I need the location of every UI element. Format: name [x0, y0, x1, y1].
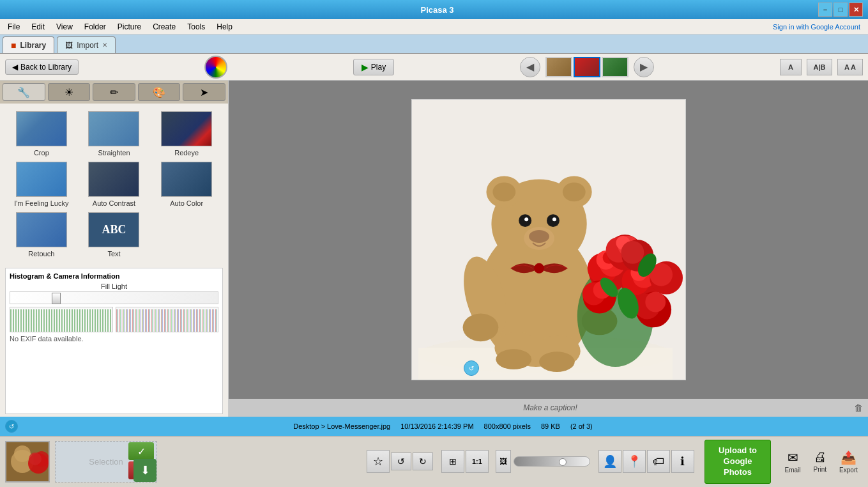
svg-point-7: [492, 182, 515, 201]
text-label: Text: [107, 250, 120, 258]
menu-create[interactable]: Create: [148, 21, 181, 33]
zoom-slider[interactable]: [514, 456, 590, 467]
status-size: 89 KB: [541, 422, 560, 430]
info-icon-btn[interactable]: ℹ: [671, 450, 694, 473]
statusbar: ↺ Desktop > Love-Messenger.jpg 10/13/201…: [0, 417, 868, 436]
text-btn-a[interactable]: A: [780, 59, 802, 75]
text-btn-aa[interactable]: A A: [837, 59, 863, 75]
email-action[interactable]: ✉ Email: [780, 447, 806, 476]
titlebar: Picasa 3 – □ ✕: [0, 0, 868, 19]
upload-button[interactable]: Upload to GooglePhotos: [704, 440, 772, 484]
fix-tool-autocontrast[interactable]: Auto Contrast: [80, 162, 148, 207]
menu-folder[interactable]: Folder: [79, 21, 111, 33]
play-button[interactable]: ▶ Play: [353, 59, 394, 75]
tab-library[interactable]: ■ Library: [3, 36, 54, 53]
menu-help[interactable]: Help: [211, 21, 238, 33]
color-wheel-icon[interactable]: [204, 56, 227, 79]
fit-btn[interactable]: 1:1: [466, 450, 489, 473]
back-to-library-button[interactable]: ◀ Back to Library: [5, 59, 79, 75]
menu-edit[interactable]: Edit: [26, 21, 50, 33]
straighten-label: Straighten: [98, 149, 130, 157]
delete-icon[interactable]: 🗑: [854, 403, 863, 413]
tab-import-close[interactable]: ✕: [102, 42, 107, 49]
histogram-section: Histogram & Camera Information Fill Ligh…: [5, 268, 223, 414]
minimize-button[interactable]: –: [818, 3, 832, 17]
fix-tool-retouch[interactable]: Retouch: [8, 212, 75, 258]
fix-tool-straighten[interactable]: Straighten: [80, 111, 148, 157]
text-tool-thumb: ABC: [88, 212, 139, 247]
tag-icon-btn[interactable]: 🏷: [647, 450, 670, 473]
svg-point-13: [552, 217, 556, 221]
tool-tab-brightness[interactable]: ☀: [48, 83, 91, 101]
fix-tool-crop[interactable]: Crop: [8, 111, 75, 157]
print-action[interactable]: 🖨 Print: [809, 447, 832, 475]
tool-tab-wrench[interactable]: 🔧: [3, 83, 45, 101]
text-btn-ab[interactable]: A|B: [807, 59, 832, 75]
menu-file[interactable]: File: [3, 21, 25, 33]
nav-prev-icon: ◀: [526, 61, 534, 73]
fix-tools-grid: Crop Straighten Redeye I'm Feeling Lucky: [0, 104, 228, 265]
left-panel: 🔧 ☀ ✏ 🎨 ➤ Crop Straighten: [0, 81, 229, 417]
caption-placeholder[interactable]: Make a caption!: [247, 403, 854, 412]
export-label: Export: [839, 467, 858, 474]
caption-bar: Make a caption! 🗑: [229, 399, 868, 417]
svg-point-18: [462, 313, 498, 341]
rotate-ccw-btn[interactable]: ↺: [391, 452, 411, 470]
fill-light-thumb[interactable]: [52, 293, 61, 304]
thumb-tree-img[interactable]: [602, 57, 628, 77]
crop-thumb: [16, 111, 67, 146]
email-icon: ✉: [788, 450, 798, 465]
lucky-thumb: [16, 162, 67, 197]
maximize-button[interactable]: □: [834, 3, 848, 17]
menu-picture[interactable]: Picture: [112, 21, 146, 33]
svg-point-54: [14, 445, 31, 462]
corner-nav[interactable]: ↺: [464, 360, 479, 376]
svg-point-42: [621, 241, 644, 264]
status-date: 10/13/2016 2:14:39 PM: [400, 422, 473, 430]
statusbar-nav[interactable]: ↺: [5, 420, 18, 433]
menu-tools[interactable]: Tools: [182, 21, 210, 33]
toolbar: ◀ Back to Library ▶ Play ◀ ▶ A A|B A A: [0, 54, 868, 81]
nav-next-button[interactable]: ▶: [634, 57, 654, 77]
fix-tool-autocolor[interactable]: Auto Color: [153, 162, 220, 207]
fill-light-slider[interactable]: [10, 291, 218, 304]
back-to-library-label: Back to Library: [20, 63, 72, 72]
tool-tab-pencil[interactable]: ✏: [93, 83, 135, 101]
retouch-thumb: [16, 212, 67, 247]
fix-tool-text[interactable]: ABC Text: [80, 212, 148, 258]
menu-view[interactable]: View: [51, 21, 78, 33]
status-info: Desktop > Love-Messenger.jpg 10/13/2016 …: [23, 422, 863, 430]
fix-tool-lucky[interactable]: I'm Feeling Lucky: [8, 162, 75, 207]
tab-import[interactable]: 🖼 Import ✕: [57, 36, 116, 53]
export-action[interactable]: 📤 Export: [834, 447, 863, 476]
import-icon-btn[interactable]: ⬇: [133, 459, 156, 482]
grid-view-btn[interactable]: ⊞: [441, 450, 464, 473]
nav-prev-button[interactable]: ◀: [520, 57, 540, 77]
film-thumbnail[interactable]: [5, 441, 50, 483]
star-btn[interactable]: ☆: [367, 450, 390, 473]
close-button[interactable]: ✕: [849, 3, 863, 17]
svg-point-50: [496, 349, 531, 369]
fix-tool-redeye[interactable]: Redeye: [153, 111, 220, 157]
play-icon: ▶: [362, 62, 369, 72]
import-arrow-icon: ⬇: [141, 463, 150, 477]
user-icon-btn[interactable]: 👤: [598, 450, 621, 473]
histogram-rgb: [116, 307, 219, 332]
thumb-rose-img[interactable]: [574, 57, 600, 77]
bottom-toolbar: ☆ ↺ ↻ ⊞ 1:1 🖼 👤 📍 🏷 ℹ Uploa: [367, 440, 863, 484]
menubar: File Edit View Folder Picture Create Too…: [0, 19, 868, 35]
status-path: Desktop > Love-Messenger.jpg: [293, 422, 390, 430]
signin-link[interactable]: Sign in with Google Account: [773, 23, 865, 31]
zoom-slider-thumb[interactable]: [559, 458, 567, 466]
import-selected-btn[interactable]: ✓: [128, 442, 154, 460]
svg-point-51: [539, 352, 575, 372]
photo-svg: [412, 99, 685, 380]
fill-light-label: Fill Light: [10, 282, 218, 290]
histogram-row: [10, 307, 218, 332]
thumb-bear-img[interactable]: [545, 57, 572, 77]
tool-tab-export[interactable]: ➤: [183, 83, 225, 101]
rotate-cw-btn[interactable]: ↻: [413, 452, 433, 470]
location-icon-btn[interactable]: 📍: [623, 450, 646, 473]
tool-tab-color[interactable]: 🎨: [138, 83, 181, 101]
autocolor-thumb: [161, 162, 212, 197]
